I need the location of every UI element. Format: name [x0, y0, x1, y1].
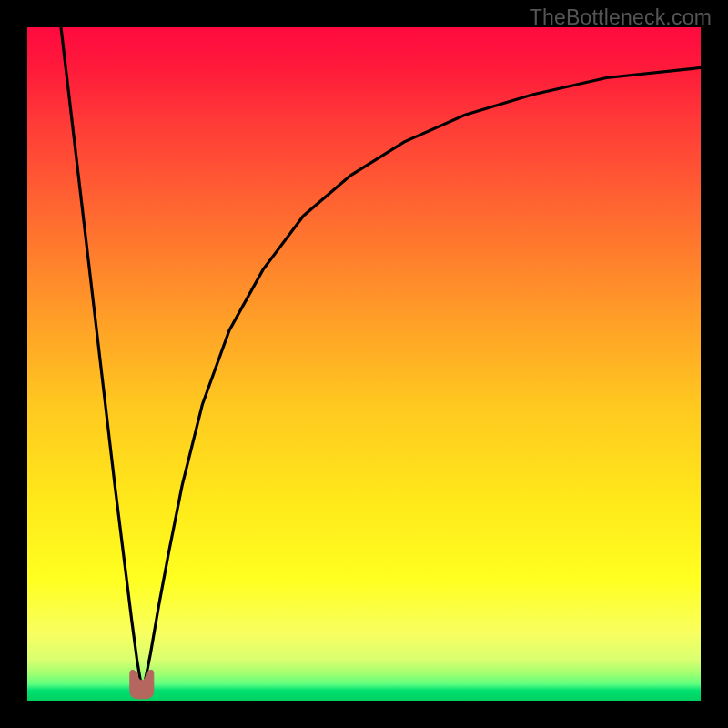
bottleneck-curve-right	[142, 67, 701, 693]
watermark-text: TheBottleneck.com	[530, 5, 712, 30]
optimal-point-marker	[130, 670, 154, 699]
curve-layer	[27, 27, 701, 701]
bottleneck-curve-left	[61, 27, 142, 694]
chart-frame: TheBottleneck.com	[0, 0, 728, 728]
plot-area	[27, 27, 701, 701]
